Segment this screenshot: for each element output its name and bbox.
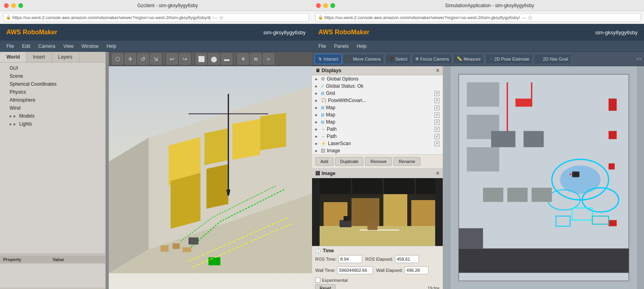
move-camera-btn[interactable]: 🎥 Move Camera: [343, 54, 384, 64]
focus-camera-btn[interactable]: ⊕ Focus Camera: [412, 54, 452, 64]
displays-close-btn[interactable]: ✕: [436, 68, 440, 73]
dark-left-mid: [459, 228, 483, 249]
select-tool-btn[interactable]: ⬡: [112, 53, 123, 65]
display-item-grid[interactable]: ▶ ⊞ Grid: [312, 90, 443, 97]
right-bookmark-icon[interactable]: ☆: [528, 14, 533, 21]
address-more-btn[interactable]: ···: [212, 14, 217, 21]
grid-checkbox[interactable]: [434, 91, 440, 96]
display-item-image[interactable]: ▶ 🖼 Image: [312, 147, 443, 154]
structure-4: [260, 113, 286, 150]
right-address-input[interactable]: 🔒 https://us-west-2.console.aws.amazon.c…: [315, 13, 641, 22]
right-menu-help[interactable]: Help: [353, 42, 370, 50]
left-app-bar: AWS RoboMaker sim-gksy8ygy6sby: [0, 24, 312, 41]
light-btn[interactable]: ☀: [238, 53, 249, 65]
experimental-check: Experimental: [315, 277, 348, 283]
toolbar-more-btn[interactable]: >>: [636, 56, 642, 62]
measure-btn[interactable]: 📏 Measure: [453, 54, 484, 64]
display-item-path-1[interactable]: ▶ → Path: [312, 126, 443, 133]
rotate-btn[interactable]: ↺: [137, 53, 149, 65]
remove-display-btn[interactable]: Remove: [365, 157, 392, 166]
sidebar-properties: Property Value: [0, 254, 105, 289]
cylinder-btn[interactable]: ▬: [221, 53, 232, 65]
box-btn[interactable]: ⬜: [196, 53, 207, 65]
tree-item-scene[interactable]: Scene: [0, 72, 105, 80]
sphere-btn[interactable]: ⬤: [208, 53, 220, 65]
display-item-global-options[interactable]: ▶ ⚙ Global Options: [312, 75, 443, 83]
sidebar-tabs: World Insert Layers: [0, 52, 105, 63]
pose-estimate-btn[interactable]: → 2D Pose Estimate: [485, 54, 533, 64]
global-status-label: Global Status: Ok: [326, 83, 440, 89]
reset-btn[interactable]: Reset: [315, 284, 336, 289]
maximize-button[interactable]: [18, 3, 23, 8]
map-3-checkbox[interactable]: [434, 120, 440, 125]
tree-item-atmosphere[interactable]: Atmosphere: [0, 96, 105, 104]
sidebar-tree: GUI Scene Spherical Coordinates Physics …: [0, 63, 105, 254]
grid-btn[interactable]: ≋: [250, 53, 261, 65]
nav-goal-btn[interactable]: → 2D Nav Goal: [534, 54, 571, 64]
duplicate-display-btn[interactable]: Duplicate: [335, 157, 364, 166]
menu-file[interactable]: File: [3, 42, 17, 50]
display-item-path-2[interactable]: ▶ → Path: [312, 133, 443, 140]
laserscan-checkbox[interactable]: [434, 141, 440, 146]
sidebar-resize-handle[interactable]: ⋮: [106, 52, 109, 289]
display-list: ▶ ⚙ Global Options ▶ ✓ Global Status: Ok…: [312, 75, 443, 154]
viewport-3d-content[interactable]: [109, 66, 312, 289]
experimental-checkbox[interactable]: [315, 277, 320, 283]
scale-btn[interactable]: ⇲: [150, 53, 161, 65]
tree-item-lights[interactable]: ▶Lights: [0, 120, 105, 128]
grid-label: Grid: [326, 90, 433, 96]
translate-btn[interactable]: ✛: [125, 53, 136, 65]
more-btn[interactable]: ≈: [263, 53, 274, 65]
display-item-map-3[interactable]: ▶ ⊞ Map: [312, 118, 443, 126]
pose-checkbox[interactable]: [434, 98, 440, 103]
menu-view[interactable]: View: [60, 42, 77, 50]
green-pad: [208, 258, 220, 265]
right-app-bar: AWS RoboMaker sim-gksy8ygy6sby: [312, 24, 644, 41]
redo-btn[interactable]: ↪: [179, 53, 190, 65]
map-2-checkbox[interactable]: [434, 112, 440, 118]
expand-arrow: ▶: [315, 77, 319, 81]
display-item-map-1[interactable]: ▶ ⊞ Map: [312, 104, 443, 111]
right-address-more-btn[interactable]: ···: [522, 14, 526, 21]
tree-item-gui[interactable]: GUI: [0, 64, 105, 72]
right-menu-panels[interactable]: Panels: [331, 42, 352, 50]
menu-camera[interactable]: Camera: [35, 42, 59, 50]
left-address-input[interactable]: 🔒 https://us-west-2.console.aws.amazon.c…: [3, 13, 309, 22]
menu-help[interactable]: Help: [103, 42, 120, 50]
bookmark-icon[interactable]: ☆: [219, 14, 224, 21]
tree-item-wind[interactable]: Wind: [0, 104, 105, 112]
minimize-button[interactable]: [11, 3, 16, 8]
map-1-checkbox[interactable]: [434, 105, 440, 110]
tree-item-models[interactable]: ▶Models: [0, 112, 105, 120]
path-1-checkbox[interactable]: [434, 127, 440, 132]
path-icon-2: →: [321, 134, 325, 139]
measure-icon: 📏: [457, 56, 462, 61]
display-item-map-2[interactable]: ▶ ⊞ Map: [312, 111, 443, 118]
right-traffic-lights: [316, 3, 335, 8]
tab-insert[interactable]: Insert: [27, 52, 52, 62]
image-panel-close-btn[interactable]: ✕: [436, 171, 440, 176]
add-display-btn[interactable]: Add: [315, 157, 334, 166]
pose-label: PoseWithCovari...: [328, 98, 433, 103]
right-menu-file[interactable]: File: [315, 42, 329, 50]
undo-btn[interactable]: ↩: [167, 53, 178, 65]
menu-window[interactable]: Window: [79, 42, 102, 50]
close-button[interactable]: [4, 3, 9, 8]
interact-btn[interactable]: 🖱 Interact: [314, 54, 342, 64]
display-item-pose[interactable]: ▶ 🏹 PoseWithCovari...: [312, 97, 443, 104]
right-close-button[interactable]: [316, 3, 321, 8]
right-maximize-button[interactable]: [330, 3, 335, 8]
rename-display-btn[interactable]: Rename: [393, 157, 420, 166]
wall-time-value: 596044802.66: [337, 266, 373, 274]
right-minimize-button[interactable]: [323, 3, 328, 8]
display-item-laserscan[interactable]: ▶ ⚡ LaserScan: [312, 140, 443, 147]
display-item-global-status[interactable]: ▶ ✓ Global Status: Ok: [312, 83, 443, 90]
tab-world[interactable]: World: [0, 52, 27, 62]
tree-item-spherical[interactable]: Spherical Coordinates: [0, 80, 105, 88]
tree-item-physics[interactable]: Physics: [0, 88, 105, 96]
select-btn[interactable]: ⬛ Select: [385, 54, 411, 64]
menu-edit[interactable]: Edit: [19, 42, 33, 50]
tab-layers[interactable]: Layers: [52, 52, 79, 62]
path-2-checkbox[interactable]: [434, 134, 440, 139]
structure-2: [204, 128, 228, 165]
